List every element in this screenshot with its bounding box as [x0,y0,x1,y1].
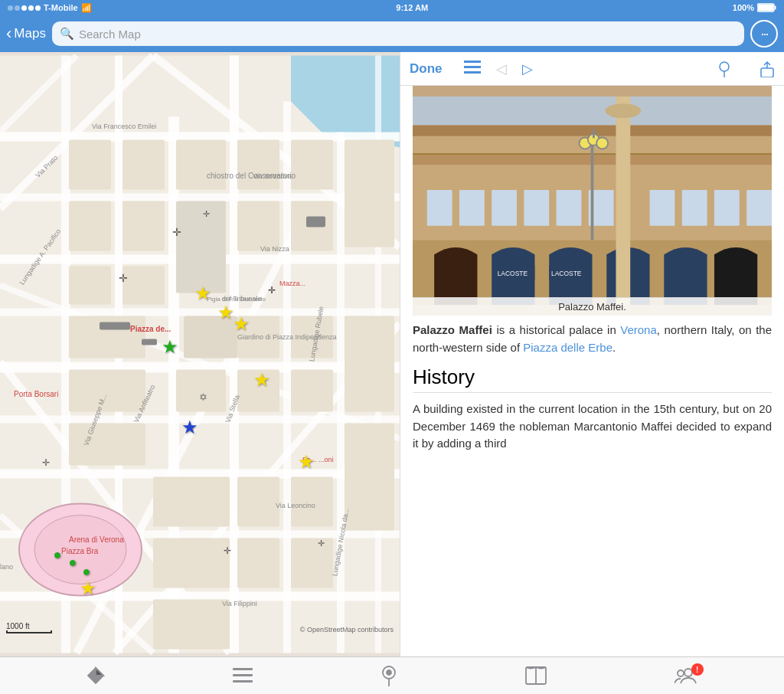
svg-text:Via Filippini: Via Filippini [222,600,257,607]
time-label: 9:12 AM [396,3,428,12]
wiki-history-title: History [413,365,772,393]
svg-rect-119 [233,668,253,670]
tab-book[interactable] [525,666,547,685]
svg-rect-26 [122,267,165,305]
svg-point-113 [605,103,641,118]
svg-rect-29 [291,140,333,190]
svg-text:Pigia di Fra Giocondo: Pigia di Fra Giocondo [207,296,266,303]
svg-rect-99 [427,190,452,226]
svg-rect-89 [464,71,481,74]
location-icon[interactable] [717,60,732,78]
svg-text:✛: ✛ [42,457,50,468]
map-scale: 1000 ft [6,622,52,633]
svg-rect-52 [153,600,230,650]
svg-rect-102 [524,190,549,226]
svg-rect-1 [775,6,776,10]
wiki-image-caption: Palazzo Maffei. [413,297,772,316]
status-left: T-Mobile 📶 [8,3,92,13]
svg-text:Arena di Verona: Arena di Verona [69,535,124,544]
marker-blue-1[interactable]: ★ [181,417,198,438]
wiki-piazza-link[interactable]: Piazza delle Erbe [523,341,612,354]
list-tab-icon [233,667,253,684]
tab-list[interactable] [233,667,253,684]
wiki-history-body: A building existed in the current locati… [413,401,772,453]
map-background: Via Prato Via Francesco Emilei Lungadige… [0,52,400,656]
tab-bar: ! [0,656,784,694]
wiki-header: Done ◁ ▷ [400,52,784,86]
svg-text:Piazza de...: Piazza de... [130,325,172,333]
marker-yellow-1[interactable]: ★ [194,283,211,304]
signal-dot-5 [35,5,41,11]
signal-dot-2 [15,5,20,11]
wiki-verona-link[interactable]: Verona [620,323,657,336]
search-bar[interactable]: 🔍 Search Map [52,21,744,46]
svg-text:Porta Borsari: Porta Borsari [14,390,58,398]
svg-rect-105 [650,190,675,226]
wiki-nav-icons: ◁ ▷ [464,61,533,77]
svg-text:chiostro del Conservatorio: chiostro del Conservatorio [207,172,296,180]
svg-rect-87 [464,61,481,63]
back-button[interactable]: ‹ Maps [6,25,46,42]
forward-page-icon[interactable]: ▷ [522,61,533,77]
svg-rect-91 [761,68,773,77]
signal-dot-3 [21,5,27,11]
wiki-content[interactable]: LACOSTE LACOSTE [400,86,784,656]
marker-yellow-5[interactable]: ★ [298,451,315,473]
tab-pin[interactable] [380,665,398,686]
share-icon[interactable] [760,61,775,77]
tab-location-arrow[interactable] [87,666,105,685]
svg-rect-25 [69,267,111,305]
status-bar: T-Mobile 📶 9:12 AM 100% [0,0,784,15]
signal-dots [8,5,41,11]
battery-label: 100% [733,3,754,12]
more-icon: ··· [760,26,767,42]
svg-text:Via Nizza: Via Nizza [260,245,289,253]
main-content: Via Prato Via Francesco Emilei Lungadige… [0,52,784,656]
svg-rect-24 [122,201,165,251]
svg-rect-35 [69,370,145,412]
svg-rect-88 [464,66,481,68]
battery-icon [757,3,776,12]
wiki-intro-paragraph: Palazzo Maffei is a historical palace in… [413,322,772,356]
carrier-label: T-Mobile [44,3,78,12]
marker-yellow-3[interactable]: ★ [233,313,250,335]
svg-rect-28 [237,140,279,190]
wiki-image: LACOSTE LACOSTE [413,86,772,316]
svg-text:lano: lano [0,563,13,571]
back-page-icon[interactable]: ◁ [496,61,507,77]
list-icon[interactable] [464,61,481,74]
svg-point-126 [678,670,684,676]
svg-rect-46 [237,477,279,527]
svg-text:✛: ✛ [318,539,325,548]
svg-text:✛: ✛ [203,209,210,218]
scale-label: 1000 ft [6,622,30,630]
marker-yellow-2[interactable]: ★ [217,302,234,323]
svg-rect-100 [459,190,485,226]
back-chevron-icon: ‹ [6,25,11,42]
marker-green-3[interactable]: ● [69,555,77,571]
svg-text:Mazza...: Mazza... [279,280,305,287]
marker-green-1[interactable]: ★ [162,336,178,358]
svg-rect-49 [153,539,230,588]
tab-contacts[interactable]: ! [675,666,697,685]
more-button[interactable]: ··· [750,20,778,47]
svg-rect-2 [758,5,773,11]
map-panel[interactable]: Via Prato Via Francesco Emilei Lungadige… [0,52,400,656]
marker-yellow-4[interactable]: ★ [253,369,270,391]
svg-text:LACOSTE: LACOSTE [498,270,528,277]
marker-yellow-6[interactable]: ★ [80,578,96,599]
marker-green-2[interactable]: ● [54,547,62,563]
wiki-done-button[interactable]: Done [410,61,443,77]
book-tab-icon [525,666,547,685]
svg-text:LACOSTE: LACOSTE [551,270,582,277]
svg-rect-42 [345,316,394,412]
svg-text:✛: ✛ [224,545,231,556]
svg-rect-27 [176,201,226,293]
status-right: 100% [733,3,776,12]
svg-text:✛: ✛ [172,226,181,238]
svg-rect-50 [237,539,279,588]
svg-rect-107 [714,190,740,226]
svg-text:✛: ✛ [119,272,128,284]
svg-rect-20 [69,140,111,190]
svg-rect-83 [142,339,157,345]
